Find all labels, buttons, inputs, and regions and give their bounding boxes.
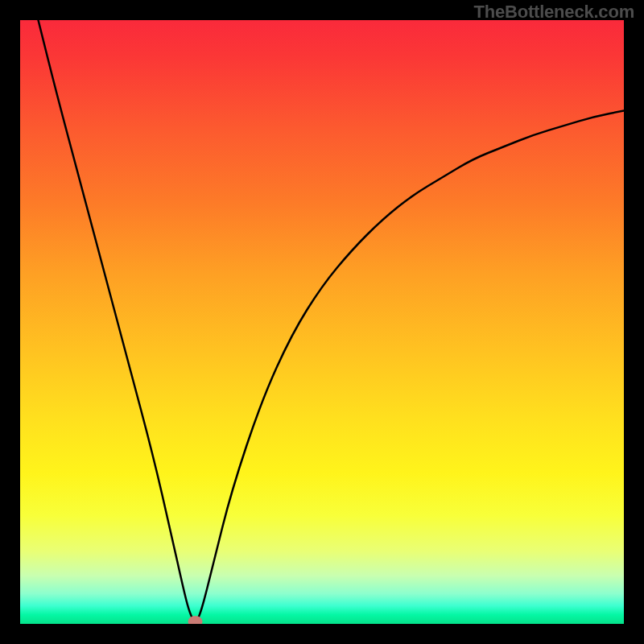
curve-svg [20, 20, 624, 624]
plot-area [20, 20, 624, 624]
minimum-marker [188, 616, 203, 624]
bottleneck-curve [39, 20, 625, 621]
chart-frame: TheBottleneck.com [0, 0, 644, 644]
